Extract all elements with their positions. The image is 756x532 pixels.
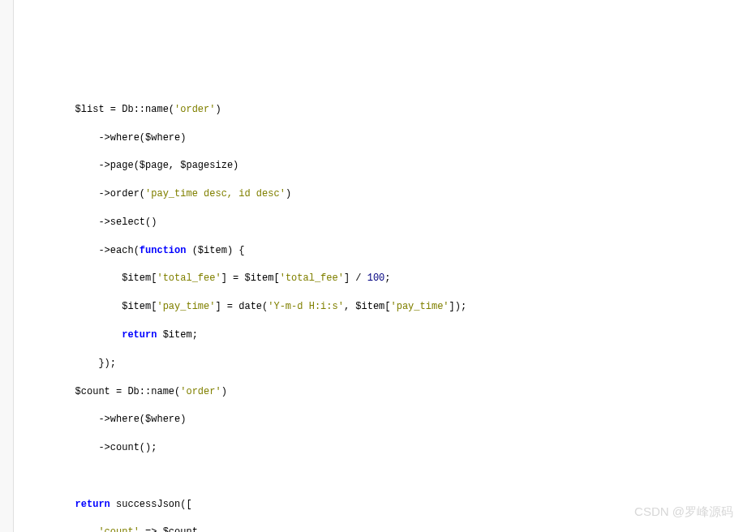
code-line: 'count' => $count, bbox=[28, 526, 748, 532]
code-line: ->page($page, $pagesize) bbox=[28, 159, 748, 173]
gutter bbox=[0, 0, 14, 532]
code-line: $item['pay_time'] = date('Y-m-d H:i:s', … bbox=[28, 300, 748, 314]
watermark: CSDN @罗峰源码 bbox=[634, 503, 733, 521]
code-line: $count = Db::name('order') bbox=[28, 385, 748, 399]
code-block: $list = Db::name('order') ->where($where… bbox=[28, 88, 748, 532]
code-line: ->select() bbox=[28, 216, 748, 230]
code-line: ->order('pay_time desc, id desc') bbox=[28, 187, 748, 201]
code-line: return $item; bbox=[28, 328, 748, 342]
code-line: ->count(); bbox=[28, 441, 748, 455]
code-line: ->where($where) bbox=[28, 131, 748, 145]
code-line: $item['total_fee'] = $item['total_fee'] … bbox=[28, 272, 748, 285]
code-line: ->where($where) bbox=[28, 413, 748, 427]
code-line: }); bbox=[28, 357, 748, 371]
code-line: ->each(function ($item) { bbox=[28, 244, 748, 258]
code-line: $list = Db::name('order') bbox=[28, 103, 748, 117]
